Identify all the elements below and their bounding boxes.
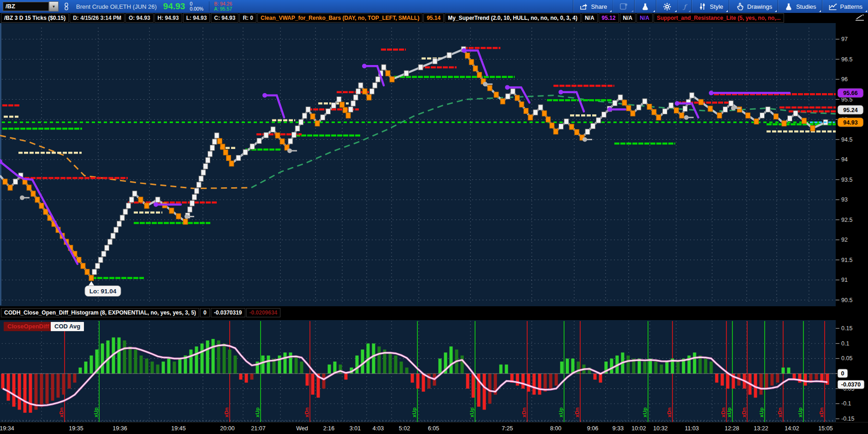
svg-text:97: 97 (841, 36, 848, 42)
svg-text:-0.0370: -0.0370 (841, 381, 861, 388)
svg-text:96: 96 (841, 76, 848, 83)
time-label-19:36: 19:36 (113, 425, 127, 432)
time-label-11:03: 11:03 (685, 425, 699, 432)
svg-text:xUp: xUp (255, 407, 260, 417)
lower-header-cell-1[interactable]: 0 (200, 308, 210, 317)
chart-canvas[interactable]: Lo: 91.04xUpxUpxUpxUpxUpxUpxUpxUpxUpxDnx… (0, 0, 868, 434)
time-axis[interactable]: 19:3419:3519:3619:4520:0021:07Wed2:163:0… (0, 422, 868, 434)
svg-text:90.5: 90.5 (841, 297, 852, 303)
time-label-6:05: 6:05 (428, 425, 439, 432)
lower-study-header: CODH_Close_Open_Diff_Histogram (8, EXPON… (0, 306, 868, 319)
svg-text:xDn: xDn (777, 407, 783, 417)
svg-text:95.66: 95.66 (843, 90, 857, 96)
svg-text:93.5: 93.5 (841, 177, 852, 183)
time-label-21:07: 21:07 (251, 425, 265, 432)
time-label-15:05: 15:05 (818, 425, 832, 432)
svg-text:92: 92 (841, 237, 848, 243)
svg-text:xUp: xUp (726, 407, 732, 417)
svg-text:xDn: xDn (720, 407, 726, 417)
svg-text:xDn: xDn (574, 407, 580, 417)
trading-app-window: { "toolbar": { "symbol": "/BZ", "company… (0, 0, 868, 434)
time-label-13:22: 13:22 (754, 425, 768, 432)
svg-text:xUp: xUp (642, 407, 648, 417)
svg-text:0: 0 (841, 370, 844, 377)
time-label-9:06: 9:06 (587, 425, 598, 432)
legend-cod-avg[interactable]: COD Avg (51, 322, 84, 331)
svg-text:xUp: xUp (93, 407, 99, 417)
lower-header-cell-0[interactable]: CODH_Close_Open_Diff_Histogram (8, EXPON… (1, 308, 199, 317)
time-label-4:03: 4:03 (373, 425, 384, 432)
svg-text:-0.15: -0.15 (841, 416, 855, 422)
svg-text:xDn: xDn (741, 407, 747, 417)
time-label-9:33: 9:33 (612, 425, 624, 432)
svg-text:0.05: 0.05 (841, 355, 852, 362)
time-label-2:16: 2:16 (323, 425, 334, 432)
svg-text:xUp: xUp (411, 407, 417, 417)
time-label-10:02: 10:02 (631, 425, 646, 432)
svg-text:xDn: xDn (521, 407, 527, 417)
time-label-19:35: 19:35 (69, 425, 83, 432)
svg-text:xUp: xUp (469, 407, 475, 417)
time-label-19:34: 19:34 (0, 425, 14, 432)
time-label-8:00: 8:00 (550, 425, 561, 432)
svg-text:xDn: xDn (304, 407, 309, 417)
svg-text:xDn: xDn (59, 407, 64, 417)
svg-text:xDn: xDn (224, 407, 229, 417)
time-label-10:32: 10:32 (653, 425, 667, 432)
time-label-19:45: 19:45 (171, 425, 185, 432)
time-label-7:25: 7:25 (502, 425, 513, 432)
lower-header-cell-3[interactable]: -0.0209634 (246, 308, 281, 317)
svg-text:xDn: xDn (666, 407, 672, 417)
svg-text:93: 93 (841, 196, 848, 203)
svg-text:xDn: xDn (819, 407, 824, 417)
time-label-Wed: Wed (296, 425, 308, 432)
svg-text:91: 91 (841, 277, 848, 283)
time-label-5:02: 5:02 (399, 425, 410, 432)
svg-text:94: 94 (841, 156, 848, 163)
time-label-12:28: 12:28 (725, 425, 739, 432)
svg-text:91.5: 91.5 (841, 257, 852, 263)
svg-text:94.5: 94.5 (841, 137, 852, 143)
svg-text:0.15: 0.15 (841, 325, 852, 332)
svg-text:94.93: 94.93 (843, 119, 857, 126)
time-label-20:00: 20:00 (220, 425, 234, 432)
svg-text:xUp: xUp (797, 407, 803, 417)
lower-header-cell-2[interactable]: -0.0370319 (211, 308, 245, 317)
time-label-3:01: 3:01 (350, 425, 361, 432)
svg-text:96.5: 96.5 (841, 56, 852, 63)
svg-text:-0.1: -0.1 (841, 400, 851, 407)
legend-closeopendiff[interactable]: CloseOpenDiff (4, 322, 53, 331)
svg-text:xUp: xUp (759, 407, 764, 417)
svg-text:95.24: 95.24 (843, 107, 857, 113)
time-label-14:02: 14:02 (785, 425, 799, 432)
svg-text:xUp: xUp (558, 407, 564, 417)
svg-text:Lo: 91.04: Lo: 91.04 (89, 288, 117, 295)
svg-text:92.5: 92.5 (841, 217, 852, 223)
svg-text:0.1: 0.1 (841, 340, 849, 347)
